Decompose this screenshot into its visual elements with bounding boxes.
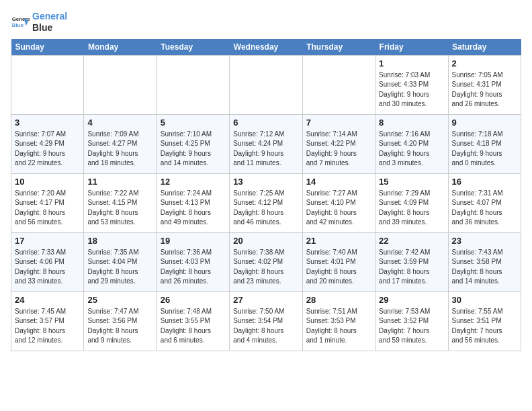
- day-info: Sunrise: 7:40 AM Sunset: 4:01 PM Dayligh…: [306, 248, 371, 287]
- day-info: Sunrise: 7:14 AM Sunset: 4:22 PM Dayligh…: [306, 130, 371, 169]
- calendar-week-row: 3Sunrise: 7:07 AM Sunset: 4:29 PM Daylig…: [11, 114, 521, 173]
- day-number: 13: [233, 177, 298, 187]
- day-number: 3: [15, 118, 80, 128]
- day-number: 12: [161, 177, 226, 187]
- day-info: Sunrise: 7:10 AM Sunset: 4:25 PM Dayligh…: [161, 130, 226, 169]
- day-header-sunday: Sunday: [11, 39, 84, 56]
- day-number: 23: [452, 236, 517, 246]
- day-number: 1: [379, 58, 444, 68]
- day-info: Sunrise: 7:50 AM Sunset: 3:54 PM Dayligh…: [233, 307, 298, 346]
- day-info: Sunrise: 7:16 AM Sunset: 4:20 PM Dayligh…: [379, 130, 444, 169]
- calendar-cell: 30Sunrise: 7:55 AM Sunset: 3:51 PM Dayli…: [448, 291, 521, 351]
- calendar-cell: 1Sunrise: 7:03 AM Sunset: 4:33 PM Daylig…: [375, 55, 448, 114]
- day-info: Sunrise: 7:38 AM Sunset: 4:02 PM Dayligh…: [233, 248, 298, 287]
- day-info: Sunrise: 7:03 AM Sunset: 4:33 PM Dayligh…: [379, 71, 444, 109]
- day-info: Sunrise: 7:27 AM Sunset: 4:10 PM Dayligh…: [306, 189, 371, 228]
- day-number: 11: [87, 177, 152, 187]
- day-number: 8: [379, 118, 444, 128]
- calendar-cell: 28Sunrise: 7:51 AM Sunset: 3:53 PM Dayli…: [302, 291, 375, 351]
- day-info: Sunrise: 7:47 AM Sunset: 3:56 PM Dayligh…: [87, 307, 152, 346]
- day-info: Sunrise: 7:36 AM Sunset: 4:03 PM Dayligh…: [161, 248, 226, 287]
- day-info: Sunrise: 7:05 AM Sunset: 4:31 PM Dayligh…: [452, 71, 517, 109]
- calendar-cell: [302, 55, 375, 114]
- day-header-thursday: Thursday: [302, 39, 375, 56]
- calendar-week-row: 24Sunrise: 7:45 AM Sunset: 3:57 PM Dayli…: [11, 291, 521, 351]
- day-number: 6: [233, 118, 298, 128]
- calendar-cell: 2Sunrise: 7:05 AM Sunset: 4:31 PM Daylig…: [448, 55, 521, 114]
- day-number: 9: [452, 118, 517, 128]
- calendar-cell: 3Sunrise: 7:07 AM Sunset: 4:29 PM Daylig…: [11, 114, 84, 173]
- calendar-cell: 26Sunrise: 7:48 AM Sunset: 3:55 PM Dayli…: [157, 291, 229, 351]
- calendar-cell: 5Sunrise: 7:10 AM Sunset: 4:25 PM Daylig…: [157, 114, 229, 173]
- day-number: 18: [87, 236, 152, 246]
- calendar-cell: 22Sunrise: 7:42 AM Sunset: 3:59 PM Dayli…: [375, 232, 448, 291]
- calendar-cell: 16Sunrise: 7:31 AM Sunset: 4:07 PM Dayli…: [448, 173, 521, 232]
- day-number: 17: [15, 236, 80, 246]
- day-info: Sunrise: 7:12 AM Sunset: 4:24 PM Dayligh…: [233, 130, 298, 169]
- day-info: Sunrise: 7:43 AM Sunset: 3:58 PM Dayligh…: [452, 248, 517, 287]
- calendar-week-row: 17Sunrise: 7:33 AM Sunset: 4:06 PM Dayli…: [11, 232, 521, 291]
- logo: General Blue GeneralBlue: [11, 11, 67, 34]
- day-number: 22: [379, 236, 444, 246]
- calendar-cell: 27Sunrise: 7:50 AM Sunset: 3:54 PM Dayli…: [230, 291, 302, 351]
- day-info: Sunrise: 7:45 AM Sunset: 3:57 PM Dayligh…: [15, 307, 80, 346]
- day-info: Sunrise: 7:18 AM Sunset: 4:18 PM Dayligh…: [452, 130, 517, 169]
- day-number: 10: [15, 177, 80, 187]
- calendar-cell: 24Sunrise: 7:45 AM Sunset: 3:57 PM Dayli…: [11, 291, 84, 351]
- day-info: Sunrise: 7:51 AM Sunset: 3:53 PM Dayligh…: [306, 307, 371, 346]
- day-info: Sunrise: 7:35 AM Sunset: 4:04 PM Dayligh…: [87, 248, 152, 287]
- day-info: Sunrise: 7:53 AM Sunset: 3:52 PM Dayligh…: [379, 307, 444, 346]
- day-info: Sunrise: 7:29 AM Sunset: 4:09 PM Dayligh…: [379, 189, 444, 228]
- calendar-cell: 21Sunrise: 7:40 AM Sunset: 4:01 PM Dayli…: [302, 232, 375, 291]
- calendar-cell: 9Sunrise: 7:18 AM Sunset: 4:18 PM Daylig…: [448, 114, 521, 173]
- logo-icon: General Blue: [11, 13, 30, 32]
- day-number: 19: [161, 236, 226, 246]
- day-number: 29: [379, 295, 444, 305]
- calendar-week-row: 1Sunrise: 7:03 AM Sunset: 4:33 PM Daylig…: [11, 55, 521, 114]
- calendar-cell: 13Sunrise: 7:25 AM Sunset: 4:12 PM Dayli…: [230, 173, 302, 232]
- calendar-cell: 8Sunrise: 7:16 AM Sunset: 4:20 PM Daylig…: [375, 114, 448, 173]
- calendar-cell: [157, 55, 229, 114]
- calendar-cell: 17Sunrise: 7:33 AM Sunset: 4:06 PM Dayli…: [11, 232, 84, 291]
- day-info: Sunrise: 7:48 AM Sunset: 3:55 PM Dayligh…: [161, 307, 226, 346]
- day-info: Sunrise: 7:42 AM Sunset: 3:59 PM Dayligh…: [379, 248, 444, 287]
- day-number: 27: [233, 295, 298, 305]
- calendar-cell: 15Sunrise: 7:29 AM Sunset: 4:09 PM Dayli…: [375, 173, 448, 232]
- calendar-cell: 23Sunrise: 7:43 AM Sunset: 3:58 PM Dayli…: [448, 232, 521, 291]
- day-number: 21: [306, 236, 371, 246]
- calendar-cell: 11Sunrise: 7:22 AM Sunset: 4:15 PM Dayli…: [84, 173, 157, 232]
- calendar-cell: [84, 55, 157, 114]
- calendar-cell: 6Sunrise: 7:12 AM Sunset: 4:24 PM Daylig…: [230, 114, 302, 173]
- day-info: Sunrise: 7:22 AM Sunset: 4:15 PM Dayligh…: [87, 189, 152, 228]
- calendar-cell: 18Sunrise: 7:35 AM Sunset: 4:04 PM Dayli…: [84, 232, 157, 291]
- day-info: Sunrise: 7:20 AM Sunset: 4:17 PM Dayligh…: [15, 189, 80, 228]
- header: General Blue GeneralBlue: [11, 11, 521, 34]
- day-header-friday: Friday: [375, 39, 448, 56]
- day-header-monday: Monday: [84, 39, 157, 56]
- calendar-cell: 4Sunrise: 7:09 AM Sunset: 4:27 PM Daylig…: [84, 114, 157, 173]
- day-header-wednesday: Wednesday: [230, 39, 302, 56]
- calendar-cell: 20Sunrise: 7:38 AM Sunset: 4:02 PM Dayli…: [230, 232, 302, 291]
- day-info: Sunrise: 7:31 AM Sunset: 4:07 PM Dayligh…: [452, 189, 517, 228]
- day-header-tuesday: Tuesday: [157, 39, 229, 56]
- calendar-table: SundayMondayTuesdayWednesdayThursdayFrid…: [11, 39, 521, 351]
- day-number: 5: [161, 118, 226, 128]
- calendar-cell: [11, 55, 84, 114]
- day-number: 16: [452, 177, 517, 187]
- day-info: Sunrise: 7:24 AM Sunset: 4:13 PM Dayligh…: [161, 189, 226, 228]
- day-number: 28: [306, 295, 371, 305]
- day-info: Sunrise: 7:33 AM Sunset: 4:06 PM Dayligh…: [15, 248, 80, 287]
- calendar-cell: 19Sunrise: 7:36 AM Sunset: 4:03 PM Dayli…: [157, 232, 229, 291]
- day-info: Sunrise: 7:25 AM Sunset: 4:12 PM Dayligh…: [233, 189, 298, 228]
- day-number: 14: [306, 177, 371, 187]
- calendar-cell: 10Sunrise: 7:20 AM Sunset: 4:17 PM Dayli…: [11, 173, 84, 232]
- day-number: 7: [306, 118, 371, 128]
- svg-text:Blue: Blue: [12, 22, 24, 28]
- calendar-week-row: 10Sunrise: 7:20 AM Sunset: 4:17 PM Dayli…: [11, 173, 521, 232]
- day-info: Sunrise: 7:07 AM Sunset: 4:29 PM Dayligh…: [15, 130, 80, 169]
- day-number: 4: [87, 118, 152, 128]
- calendar-cell: 12Sunrise: 7:24 AM Sunset: 4:13 PM Dayli…: [157, 173, 229, 232]
- calendar-cell: 29Sunrise: 7:53 AM Sunset: 3:52 PM Dayli…: [375, 291, 448, 351]
- logo-text: GeneralBlue: [32, 11, 67, 34]
- day-number: 20: [233, 236, 298, 246]
